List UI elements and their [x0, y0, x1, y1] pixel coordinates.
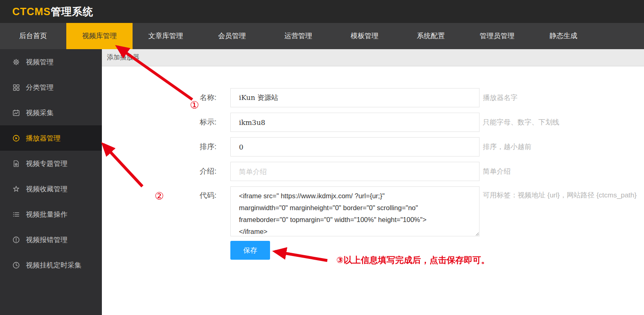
nav-tab-admins[interactable]: 管理员管理 — [464, 23, 530, 49]
nav-tab-system-config[interactable]: 系统配置 — [398, 23, 464, 49]
save-button[interactable]: 保存 — [230, 241, 270, 260]
sidebar-item-label: 视频挂机定时采集 — [26, 261, 81, 270]
name-hint: 播放器名字 — [483, 88, 518, 107]
sidebar-item-label: 视频采集 — [26, 108, 54, 118]
nav-tab-video-library[interactable]: 视频库管理 — [66, 23, 133, 49]
sort-label: 排序: — [167, 137, 216, 156]
nav-tab-operations[interactable]: 运营管理 — [265, 23, 331, 49]
main-nav: 后台首页 视频库管理 文章库管理 会员管理 运营管理 模板管理 系统配置 管理员… — [0, 23, 644, 49]
sidebar-item-video-favorite-manage[interactable]: 视频收藏管理 — [0, 176, 102, 202]
flag-hint: 只能字母、数字、下划线 — [483, 113, 559, 132]
breadcrumb: 添加播放器 — [107, 53, 140, 62]
sort-hint: 排序，越小越前 — [483, 137, 531, 156]
logo-text-cn: 管理系统 — [51, 6, 93, 17]
sidebar-item-video-manage[interactable]: 视频管理 — [0, 49, 102, 75]
sidebar: 视频管理 分类管理 视频采集 播放器管理 — [0, 49, 102, 315]
file-star-icon — [12, 160, 20, 168]
flag-input[interactable] — [230, 113, 480, 132]
nav-tab-article-library[interactable]: 文章库管理 — [133, 23, 199, 49]
sidebar-item-category-manage[interactable]: 分类管理 — [0, 75, 102, 100]
intro-input[interactable] — [230, 162, 480, 181]
chart-icon — [12, 109, 20, 117]
app-logo: CTCMS管理系统 — [12, 5, 93, 18]
grid-icon — [12, 84, 20, 91]
sidebar-item-video-timed-collect[interactable]: 视频挂机定时采集 — [0, 252, 102, 278]
sidebar-item-label: 视频报错管理 — [26, 235, 68, 245]
nav-tab-members[interactable]: 会员管理 — [199, 23, 265, 49]
alert-circle-icon — [12, 236, 20, 244]
main-content: 添加播放器 名称: 播放器名字 标示: 只能字母、数字、下划线 排序: 排序，越… — [102, 49, 644, 315]
nav-tab-static-gen[interactable]: 静态生成 — [530, 23, 597, 49]
sidebar-item-video-error-manage[interactable]: 视频报错管理 — [0, 227, 102, 252]
nav-tab-templates[interactable]: 模板管理 — [331, 23, 398, 49]
play-circle-icon — [12, 134, 20, 142]
code-textarea[interactable]: <iframe src=" https://www.ikdmjx.com/ ?u… — [230, 186, 480, 236]
name-label: 名称: — [167, 88, 216, 107]
code-label: 代码: — [167, 186, 216, 204]
sidebar-item-label: 视频专题管理 — [26, 159, 68, 168]
sidebar-item-player-manage[interactable]: 播放器管理 — [0, 125, 102, 151]
sort-input[interactable] — [230, 137, 480, 156]
flag-label: 标示: — [167, 113, 216, 132]
top-brand-bar: CTCMS管理系统 — [0, 0, 644, 23]
sidebar-item-label: 视频批量操作 — [26, 210, 68, 219]
name-input[interactable] — [230, 88, 480, 107]
star-icon — [12, 185, 20, 193]
nav-tab-home[interactable]: 后台首页 — [0, 23, 66, 49]
intro-hint: 简单介绍 — [483, 162, 511, 181]
code-hint: 可用标签：视频地址 {url}，网站路径 {ctcms_path} — [483, 186, 637, 204]
sidebar-item-label: 分类管理 — [26, 83, 54, 92]
list-icon — [12, 211, 20, 218]
sidebar-item-video-collect[interactable]: 视频采集 — [0, 100, 102, 125]
sidebar-item-label: 播放器管理 — [26, 134, 61, 143]
ctcms-admin-window: CTCMS管理系统 后台首页 视频库管理 文章库管理 会员管理 运营管理 模板管… — [0, 0, 644, 315]
breadcrumb-bar: 添加播放器 — [102, 49, 644, 66]
intro-label: 介绍: — [167, 162, 216, 181]
logo-text-en: CTCMS — [12, 6, 51, 17]
clock-icon — [12, 261, 20, 269]
sidebar-item-label: 视频收藏管理 — [26, 184, 68, 194]
sidebar-item-video-topic-manage[interactable]: 视频专题管理 — [0, 151, 102, 176]
gear-icon — [12, 58, 20, 66]
sidebar-item-video-batch-ops[interactable]: 视频批量操作 — [0, 202, 102, 227]
sidebar-item-label: 视频管理 — [26, 57, 54, 67]
